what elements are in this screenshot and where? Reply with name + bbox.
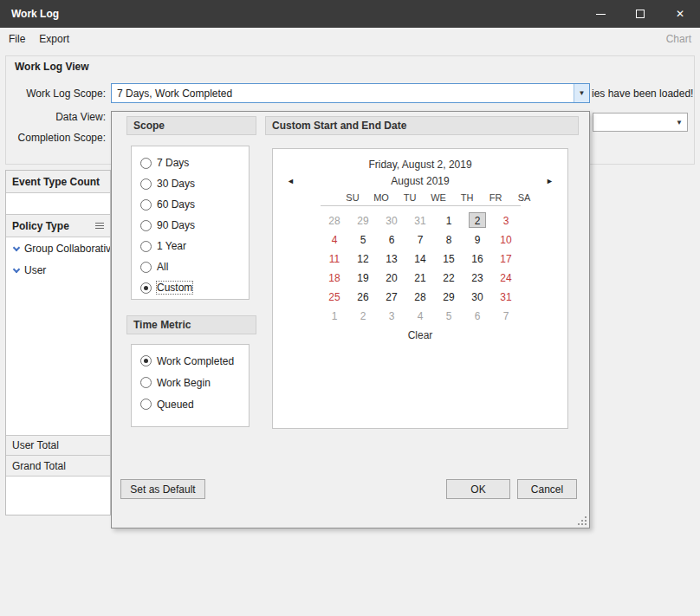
radio-icon xyxy=(140,178,152,190)
work-log-scope-combobox[interactable]: 7 Days, Work Completed ▼ xyxy=(111,83,590,103)
day-number: 22 xyxy=(440,269,457,285)
calendar-day-cell[interactable]: 11 xyxy=(321,249,349,268)
day-number: 5 xyxy=(440,308,457,323)
event-type-count-header[interactable]: Event Type Count xyxy=(6,171,110,193)
tree-item-user[interactable]: User xyxy=(6,259,110,281)
ok-button[interactable]: OK xyxy=(446,479,510,499)
calendar-day-cell[interactable]: 16 xyxy=(463,249,492,268)
radio-queued[interactable]: Queued xyxy=(132,393,249,415)
group-title: Work Log View xyxy=(15,61,89,73)
radio-work-completed[interactable]: Work Completed xyxy=(132,350,249,372)
policy-type-header[interactable]: Policy Type xyxy=(6,215,110,237)
combobox-dropdown-button[interactable]: ▼ xyxy=(671,113,687,131)
calendar-day-cell[interactable]: 15 xyxy=(435,249,463,268)
calendar-day-cell[interactable]: 28 xyxy=(321,211,349,230)
calendar-next-button[interactable]: ► xyxy=(546,177,554,185)
calendar-day-cell[interactable]: 7 xyxy=(492,306,521,325)
work-log-window: Work Log ✕ File Export Chart Work Log Vi… xyxy=(0,0,700,616)
custom-date-group-title: Custom Start and End Date xyxy=(272,120,406,132)
combobox-dropdown-button[interactable]: ▼ xyxy=(574,84,589,102)
calendar-day-cell[interactable]: 5 xyxy=(349,230,378,249)
calendar-clear-button[interactable]: Clear xyxy=(273,329,567,341)
calendar-prev-button[interactable]: ◄ xyxy=(287,177,295,185)
cancel-button[interactable]: Cancel xyxy=(517,479,577,499)
calendar-day-cell[interactable]: 1 xyxy=(321,306,349,325)
work-log-scope-label: Work Log Scope: xyxy=(0,88,106,100)
status-text: ies have been loaded! xyxy=(592,88,693,100)
radio-60-days[interactable]: 60 Days xyxy=(132,194,249,215)
calendar-day-cell[interactable]: 8 xyxy=(435,230,463,249)
right-combobox[interactable]: ▼ xyxy=(593,113,688,132)
radio-7-days[interactable]: 7 Days xyxy=(132,152,249,173)
tree-item-label: User xyxy=(24,264,46,276)
radio-work-begin[interactable]: Work Begin xyxy=(132,372,249,393)
radio-icon xyxy=(140,399,152,410)
resize-grip[interactable] xyxy=(576,515,587,525)
calendar-day-cell[interactable]: 3 xyxy=(492,211,521,230)
calendar-day-cell[interactable]: 13 xyxy=(378,249,406,268)
radio-icon xyxy=(140,158,152,169)
chevron-down-icon xyxy=(12,244,20,252)
radio-1-year[interactable]: 1 Year xyxy=(132,236,249,256)
radio-all[interactable]: All xyxy=(132,256,249,277)
day-number: 7 xyxy=(412,231,429,247)
calendar-day-header: FR xyxy=(482,192,510,203)
calendar-day-cell[interactable]: 31 xyxy=(492,287,521,306)
day-number: 10 xyxy=(497,231,515,247)
sort-icon[interactable] xyxy=(95,223,104,230)
radio-custom[interactable]: Custom xyxy=(132,277,249,298)
calendar-day-cell[interactable]: 9 xyxy=(463,230,492,249)
maximize-icon xyxy=(636,10,645,18)
grand-total-label: Grand Total xyxy=(12,460,66,472)
radio-90-days[interactable]: 90 Days xyxy=(132,215,249,236)
calendar-day-cell[interactable]: 30 xyxy=(463,287,492,306)
radio-icon xyxy=(140,262,152,273)
calendar-day-cell[interactable]: 6 xyxy=(463,306,492,325)
calendar-day-cell[interactable]: 31 xyxy=(406,211,435,230)
calendar-day-cell[interactable]: 17 xyxy=(492,249,521,268)
menu-chart-disabled[interactable]: Chart xyxy=(666,33,693,45)
calendar-day-cell[interactable]: 18 xyxy=(321,268,349,287)
tree-item-group-collaborative[interactable]: Group Collaborativ xyxy=(6,237,110,259)
minimize-button[interactable] xyxy=(580,0,620,28)
calendar-day-cell[interactable]: 5 xyxy=(435,306,463,325)
calendar-day-cell[interactable]: 4 xyxy=(321,230,349,249)
calendar-day-cell[interactable]: 6 xyxy=(378,230,406,249)
radio-icon xyxy=(140,199,152,211)
radio-label: Work Completed xyxy=(157,355,234,367)
calendar-day-cell[interactable]: 14 xyxy=(406,249,435,268)
calendar-day-cell[interactable]: 21 xyxy=(406,268,435,287)
empty-cell xyxy=(6,193,110,215)
menu-export[interactable]: Export xyxy=(32,33,76,45)
set-as-default-button[interactable]: Set as Default xyxy=(120,479,205,499)
calendar-day-cell[interactable]: 10 xyxy=(492,230,521,249)
calendar-day-cell[interactable]: 27 xyxy=(378,287,406,306)
calendar-day-cell[interactable]: 29 xyxy=(435,287,463,306)
calendar-selected-date-label: Friday, August 2, 2019 xyxy=(273,159,567,171)
day-number: 16 xyxy=(469,250,486,266)
calendar-day-cell[interactable]: 23 xyxy=(463,268,492,287)
calendar-day-cell[interactable]: 20 xyxy=(378,268,406,287)
calendar-day-cell[interactable]: 12 xyxy=(349,249,378,268)
calendar-day-cell[interactable]: 2 xyxy=(463,211,492,230)
calendar-day-cell[interactable]: 25 xyxy=(321,287,349,306)
calendar-day-cell[interactable]: 26 xyxy=(349,287,378,306)
calendar-day-cell[interactable]: 3 xyxy=(378,306,406,325)
maximize-button[interactable] xyxy=(620,0,660,28)
calendar-day-cell[interactable]: 29 xyxy=(349,211,378,230)
menu-file[interactable]: File xyxy=(2,33,32,45)
calendar-day-cell[interactable]: 4 xyxy=(406,306,435,325)
calendar-day-cell[interactable]: 1 xyxy=(435,211,463,230)
calendar-month-label[interactable]: August 2019 xyxy=(391,175,449,187)
calendar-day-header: SU xyxy=(339,192,367,203)
close-button[interactable]: ✕ xyxy=(660,0,700,28)
scope-dropdown-panel: Scope 7 Days30 Days60 Days90 Days1 YearA… xyxy=(111,111,590,528)
calendar-day-cell[interactable]: 24 xyxy=(492,268,521,287)
calendar-day-cell[interactable]: 22 xyxy=(435,268,463,287)
calendar-day-cell[interactable]: 2 xyxy=(349,306,378,325)
radio-30-days[interactable]: 30 Days xyxy=(132,173,249,194)
calendar-day-cell[interactable]: 30 xyxy=(378,211,406,230)
calendar-day-cell[interactable]: 19 xyxy=(349,268,378,287)
calendar-day-cell[interactable]: 7 xyxy=(406,230,435,249)
calendar-day-cell[interactable]: 28 xyxy=(406,287,435,306)
